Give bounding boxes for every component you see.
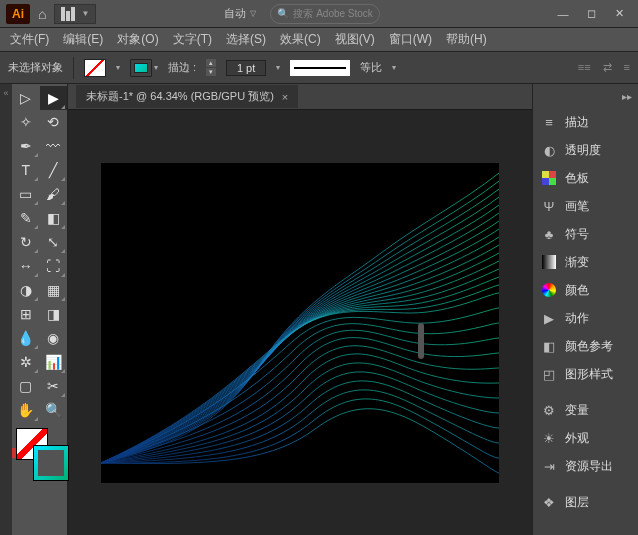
stroke-icon: ≡	[541, 114, 557, 130]
close-tab-icon[interactable]: ×	[282, 91, 288, 103]
mesh-tool[interactable]: ⊞	[12, 302, 40, 326]
menu-help[interactable]: 帮助(H)	[440, 29, 493, 50]
eyedropper-tool[interactable]: 💧	[12, 326, 40, 350]
tab-title: 未标题-1* @ 64.34% (RGB/GPU 预览)	[86, 89, 274, 104]
panel-transparency[interactable]: ◐透明度	[533, 136, 638, 164]
stroke-label: 描边 :	[168, 60, 196, 75]
slice-tool[interactable]: ✂	[40, 374, 68, 398]
workspace-dropdown[interactable]: 自动 ▽	[224, 6, 256, 21]
chevron-down-icon[interactable]: ▾	[392, 63, 396, 72]
search-stock-input[interactable]: 🔍 搜索 Adobe Stock	[270, 4, 379, 24]
toolbox: ▷ ▶ ✧ ⟲ ✒ 〰 T ╱ ▭ 🖌 ✎ ◧ ↻ ⤡ ↔ ⛶ ◑ ▦ ⊞ ◨ …	[12, 84, 68, 535]
fill-swatch[interactable]	[84, 59, 106, 77]
magic-wand-tool[interactable]: ✧	[12, 110, 40, 134]
stroke-stepper[interactable]: ▴▾	[206, 59, 216, 76]
stroke-weight-input[interactable]	[226, 60, 266, 76]
color-icon	[541, 282, 557, 298]
gradient-icon	[541, 254, 557, 270]
menu-window[interactable]: 窗口(W)	[383, 29, 438, 50]
fill-stroke-control[interactable]	[12, 426, 67, 482]
panel-collapse-icon[interactable]: ▸▸	[533, 84, 638, 108]
layout-icon	[61, 7, 77, 21]
chevron-down-icon[interactable]: ▾	[116, 63, 120, 72]
panel-actions[interactable]: ▶动作	[533, 304, 638, 332]
direct-selection-tool[interactable]: ▶	[40, 86, 68, 110]
panel-resize-handle[interactable]	[418, 323, 424, 359]
panel-variables[interactable]: ⚙变量	[533, 396, 638, 424]
workspace-label: 自动	[224, 6, 246, 21]
blend-tool[interactable]: ◉	[40, 326, 68, 350]
options-bar: 未选择对象 ▾ ▾ 描边 : ▴▾ ▾ 等比 ▾ ≡≡ ⇄ ≡	[0, 52, 638, 84]
menu-effect[interactable]: 效果(C)	[274, 29, 327, 50]
hand-tool[interactable]: ✋	[12, 398, 40, 422]
minimize-button[interactable]: —	[550, 5, 576, 23]
export-icon: ⇥	[541, 458, 557, 474]
options-menu-icon[interactable]: ≡	[624, 61, 630, 74]
width-tool[interactable]: ↔	[12, 254, 40, 278]
paintbrush-tool[interactable]: 🖌	[40, 182, 68, 206]
symbol-sprayer-tool[interactable]: ✲	[12, 350, 40, 374]
perspective-tool[interactable]: ▦	[40, 278, 68, 302]
graph-tool[interactable]: 📊	[40, 350, 68, 374]
panel-brushes[interactable]: Ψ画笔	[533, 192, 638, 220]
chevron-down-icon[interactable]: ▾	[276, 63, 280, 72]
graphicstyles-icon: ◰	[541, 366, 557, 382]
stroke-color[interactable]	[34, 446, 68, 480]
chevron-down-icon: ▽	[250, 9, 256, 18]
shape-builder-tool[interactable]: ◑	[12, 278, 40, 302]
artboard-tool[interactable]: ▢	[12, 374, 40, 398]
lasso-tool[interactable]: ⟲	[40, 110, 68, 134]
right-panel: ▸▸ ≡描边 ◐透明度 色板 Ψ画笔 ♣符号 渐变 颜色 ▶动作 ◧颜色参考 ◰…	[532, 84, 638, 535]
menu-type[interactable]: 文字(T)	[167, 29, 218, 50]
chevron-down-icon: ▼	[81, 9, 89, 18]
menu-edit[interactable]: 编辑(E)	[57, 29, 109, 50]
type-tool[interactable]: T	[12, 158, 40, 182]
panel-gradient[interactable]: 渐变	[533, 248, 638, 276]
maximize-button[interactable]: ◻	[578, 5, 604, 23]
transform-icon[interactable]: ⇄	[603, 61, 612, 74]
zoom-tool[interactable]: 🔍	[40, 398, 68, 422]
artboard[interactable]	[101, 163, 499, 483]
rotate-tool[interactable]: ↻	[12, 230, 40, 254]
transparency-icon: ◐	[541, 142, 557, 158]
colorguide-icon: ◧	[541, 338, 557, 354]
brush-preview[interactable]	[290, 60, 350, 76]
curvature-tool[interactable]: 〰	[40, 134, 68, 158]
selection-status: 未选择对象	[8, 60, 63, 75]
variables-icon: ⚙	[541, 402, 557, 418]
swatches-icon	[541, 170, 557, 186]
panel-stroke[interactable]: ≡描边	[533, 108, 638, 136]
menu-object[interactable]: 对象(O)	[111, 29, 164, 50]
close-button[interactable]: ✕	[606, 5, 632, 23]
panel-color[interactable]: 颜色	[533, 276, 638, 304]
eraser-tool[interactable]: ◧	[40, 206, 68, 230]
rectangle-tool[interactable]: ▭	[12, 182, 40, 206]
home-icon[interactable]: ⌂	[38, 6, 46, 22]
panel-layers[interactable]: ❖图层	[533, 488, 638, 516]
menu-file[interactable]: 文件(F)	[4, 29, 55, 50]
line-tool[interactable]: ╱	[40, 158, 68, 182]
blend-artwork	[101, 163, 499, 483]
pencil-tool[interactable]: ✎	[12, 206, 40, 230]
panel-symbols[interactable]: ♣符号	[533, 220, 638, 248]
scale-tool[interactable]: ⤡	[40, 230, 68, 254]
layout-dropdown[interactable]: ▼	[54, 4, 96, 24]
menu-view[interactable]: 视图(V)	[329, 29, 381, 50]
free-transform-tool[interactable]: ⛶	[40, 254, 68, 278]
appearance-icon: ☀	[541, 430, 557, 446]
panel-colorguide[interactable]: ◧颜色参考	[533, 332, 638, 360]
panel-graphicstyles[interactable]: ◰图形样式	[533, 360, 638, 388]
gradient-tool[interactable]: ◨	[40, 302, 68, 326]
chevron-down-icon[interactable]: ▾	[154, 63, 158, 72]
panel-appearance[interactable]: ☀外观	[533, 424, 638, 452]
pen-tool[interactable]: ✒	[12, 134, 40, 158]
stroke-swatch[interactable]	[130, 59, 152, 77]
menu-select[interactable]: 选择(S)	[220, 29, 272, 50]
panel-assetexport[interactable]: ⇥资源导出	[533, 452, 638, 480]
document-tab[interactable]: 未标题-1* @ 64.34% (RGB/GPU 预览) ×	[76, 85, 298, 108]
selection-tool[interactable]: ▷	[12, 86, 40, 110]
left-gutter-toggle[interactable]: «	[0, 84, 12, 535]
panel-swatches[interactable]: 色板	[533, 164, 638, 192]
symbols-icon: ♣	[541, 226, 557, 242]
align-icon[interactable]: ≡≡	[578, 61, 591, 74]
